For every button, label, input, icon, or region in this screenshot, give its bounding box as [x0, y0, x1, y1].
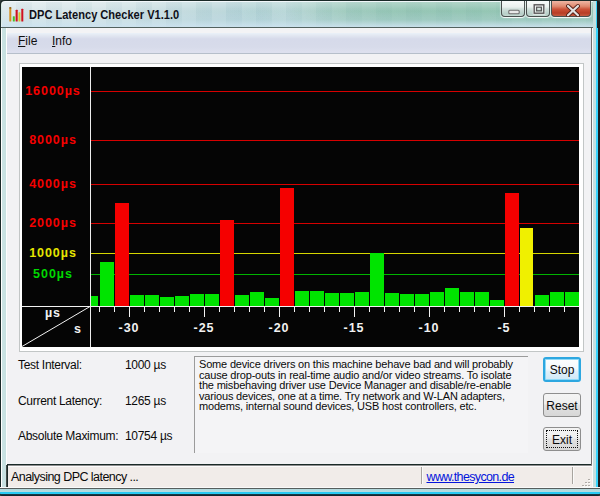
svg-text:-25: -25 — [194, 321, 215, 335]
svg-text:4000µs: 4000µs — [29, 177, 77, 191]
svg-text:-20: -20 — [269, 321, 290, 335]
svg-text:-5: -5 — [497, 321, 510, 335]
svg-text:1000µs: 1000µs — [29, 246, 77, 260]
svg-text:16000µs: 16000µs — [25, 84, 81, 98]
svg-text:-10: -10 — [419, 321, 440, 335]
svg-text:8000µs: 8000µs — [29, 133, 77, 147]
svg-text:-30: -30 — [119, 321, 140, 335]
svg-text:500µs: 500µs — [33, 267, 73, 281]
svg-text:s: s — [74, 322, 82, 336]
svg-text:µs: µs — [45, 306, 61, 320]
svg-text:-15: -15 — [344, 321, 365, 335]
svg-text:2000µs: 2000µs — [29, 216, 77, 230]
